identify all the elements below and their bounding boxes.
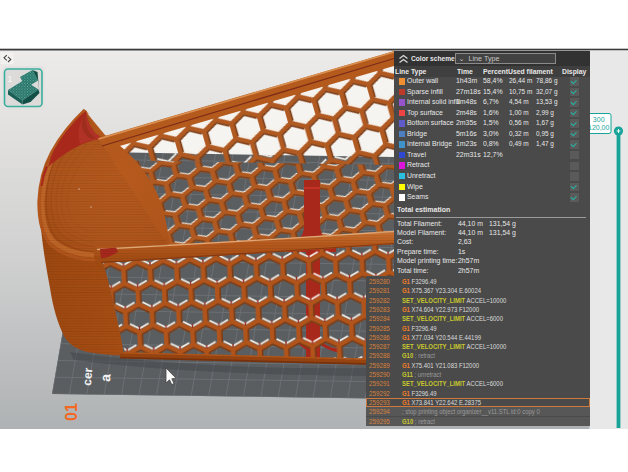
svg-text:01: 01 [63, 403, 80, 421]
svg-text:1: 1 [8, 74, 13, 84]
svg-text:a: a [97, 373, 114, 382]
svg-text:120,00: 120,00 [588, 124, 610, 131]
svg-text:300: 300 [593, 116, 605, 123]
svg-text:cer: cer [80, 367, 95, 386]
